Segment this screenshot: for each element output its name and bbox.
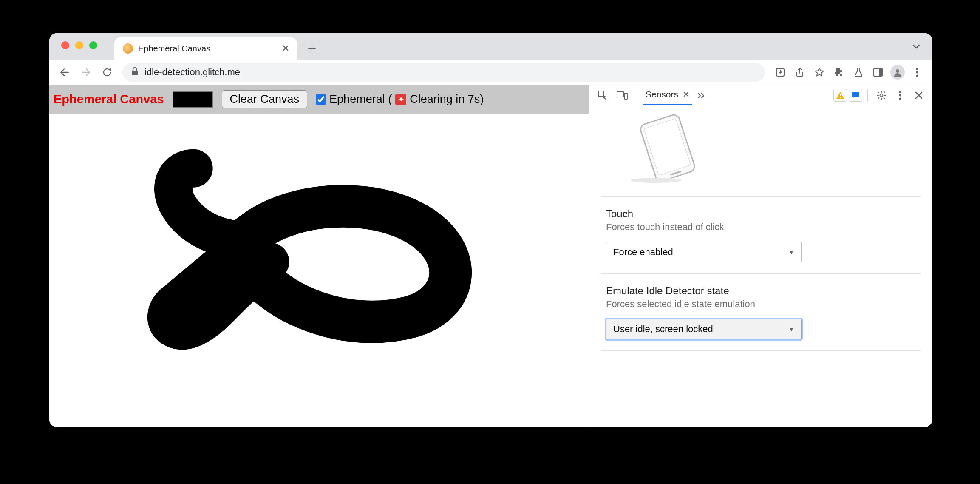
issues-warning-badge[interactable] [833, 89, 847, 102]
url-text: idle-detection.glitch.me [144, 67, 240, 78]
svg-point-16 [899, 97, 901, 100]
section-divider [601, 196, 921, 197]
labs-button[interactable] [849, 63, 868, 82]
svg-point-13 [880, 94, 883, 97]
sidepanel-icon [873, 68, 883, 77]
kebab-icon [916, 68, 918, 77]
svg-rect-0 [132, 71, 138, 75]
touch-select-value: Force enabled [613, 247, 673, 258]
touch-description: Forces touch instead of click [606, 222, 915, 233]
svg-rect-11 [840, 94, 841, 96]
chrome-menu-button[interactable] [908, 63, 926, 82]
new-tab-button[interactable] [303, 40, 321, 58]
share-button[interactable] [790, 63, 809, 82]
section-divider [601, 350, 921, 351]
share-icon [795, 67, 804, 77]
bookmark-button[interactable] [810, 63, 829, 82]
devtools-settings-button[interactable] [873, 87, 890, 104]
inspect-icon [598, 90, 608, 100]
gear-icon [876, 90, 887, 100]
svg-point-20 [631, 178, 682, 183]
svg-point-14 [899, 91, 901, 93]
page-title: Ephemeral Canvas [54, 92, 164, 106]
browser-toolbar: idle-detection.glitch.me [49, 60, 932, 85]
ephemeral-toggle-label[interactable]: Ephemeral ( ✦ Clearing in 7s) [316, 93, 484, 106]
phone-tilt-icon [601, 109, 703, 185]
devtools-menu-button[interactable] [892, 87, 909, 104]
idle-state-select-value: User idle, screen locked [613, 324, 713, 335]
touch-section: Touch Forces touch instead of click Forc… [589, 208, 932, 262]
favicon-icon [123, 43, 133, 54]
orientation-preview[interactable] [601, 109, 703, 185]
devtools-right-controls [833, 87, 927, 104]
profile-button[interactable] [888, 63, 907, 82]
kebab-icon [899, 91, 901, 100]
back-button[interactable] [55, 63, 74, 82]
devtools-close-button[interactable] [910, 87, 927, 104]
close-tab-icon[interactable]: ✕ [683, 89, 690, 100]
svg-point-6 [916, 71, 918, 73]
address-bar[interactable]: idle-detection.glitch.me [122, 63, 765, 82]
color-picker[interactable] [173, 91, 213, 108]
devtools-tab-label: Sensors [646, 89, 678, 100]
chevrons-right-icon [697, 93, 706, 99]
browser-tab[interactable]: Ephemeral Canvas ✕ [114, 37, 297, 60]
svg-point-5 [916, 68, 918, 70]
idle-title: Emulate Idle Detector state [606, 285, 915, 297]
reload-button[interactable] [98, 63, 116, 82]
separator [637, 89, 637, 101]
side-panel-button[interactable] [869, 63, 887, 82]
avatar-icon [890, 65, 905, 80]
svg-point-15 [899, 94, 901, 96]
tab-search-button[interactable] [908, 38, 925, 55]
devices-icon [617, 91, 628, 100]
devtools-tab-sensors[interactable]: Sensors ✕ [643, 85, 692, 105]
svg-rect-10 [624, 93, 627, 99]
chevron-down-icon: ▼ [788, 249, 794, 256]
touch-select[interactable]: Force enabled ▼ [606, 242, 802, 262]
maximize-window-button[interactable] [89, 41, 97, 49]
window-controls [61, 41, 97, 49]
canvas-drawing [49, 114, 589, 427]
touch-title: Touch [606, 208, 915, 220]
flask-icon [854, 67, 863, 77]
page-viewport: Ephemeral Canvas Clear Canvas Ephemeral … [49, 85, 589, 427]
reload-icon [102, 67, 112, 77]
forward-button[interactable] [76, 63, 95, 82]
star-icon [814, 67, 824, 77]
inspect-element-button[interactable] [594, 87, 611, 104]
puzzle-icon [834, 67, 844, 77]
tab-strip: Ephemeral Canvas ✕ [49, 33, 932, 60]
svg-rect-12 [840, 97, 841, 98]
chevron-down-icon: ▼ [788, 326, 794, 333]
close-icon [915, 91, 923, 100]
more-tabs-button[interactable] [697, 89, 706, 101]
svg-rect-9 [617, 92, 624, 97]
svg-point-4 [896, 69, 899, 73]
idle-state-select[interactable]: User idle, screen locked ▼ [606, 319, 802, 339]
app-header: Ephemeral Canvas Clear Canvas Ephemeral … [49, 85, 589, 114]
extensions-button[interactable] [830, 63, 848, 82]
issues-info-badge[interactable] [849, 89, 862, 102]
idle-section: Emulate Idle Detector state Forces selec… [589, 285, 932, 339]
toolbar-right-icons [771, 63, 926, 82]
section-divider [601, 273, 921, 274]
ephemeral-checkbox[interactable] [316, 94, 326, 105]
drawing-canvas[interactable] [49, 114, 589, 427]
device-toolbar-button[interactable] [614, 87, 631, 104]
devtools-tabbar: Sensors ✕ [589, 85, 932, 105]
clear-canvas-button[interactable]: Clear Canvas [222, 90, 308, 108]
tab-title: Ephemeral Canvas [138, 44, 277, 54]
install-app-button[interactable] [771, 63, 790, 82]
browser-window: Ephemeral Canvas ✕ idle-detection.glitch… [49, 33, 932, 427]
close-tab-icon[interactable]: ✕ [282, 43, 289, 54]
warning-icon [836, 91, 844, 99]
close-window-button[interactable] [61, 41, 69, 49]
svg-rect-18 [644, 119, 691, 176]
svg-rect-3 [879, 68, 882, 76]
lock-icon [131, 67, 139, 77]
svg-point-7 [916, 74, 918, 77]
minimize-window-button[interactable] [75, 41, 83, 49]
devtools-panel: Sensors ✕ [589, 85, 932, 427]
ephemeral-countdown: Clearing in 7s) [410, 93, 484, 106]
